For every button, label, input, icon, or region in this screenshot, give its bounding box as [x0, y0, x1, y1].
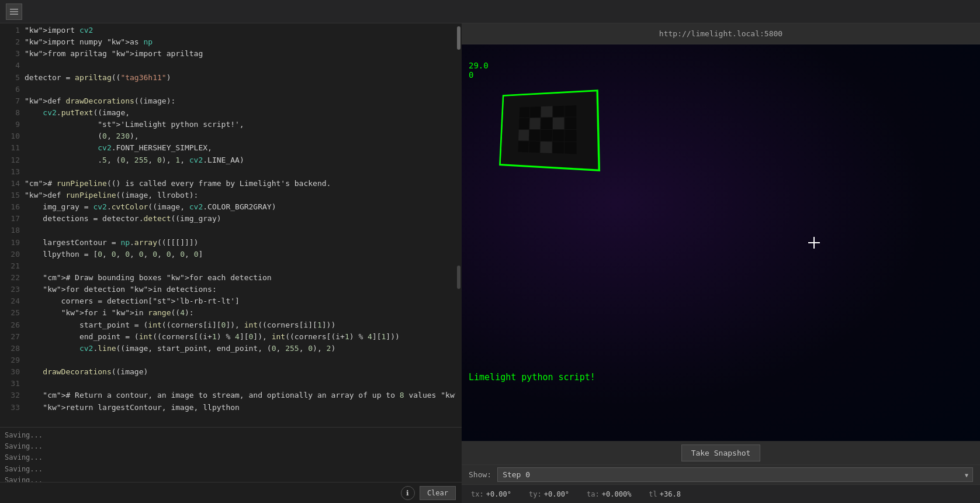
apriltag-detection	[497, 91, 596, 167]
clear-button[interactable]: Clear	[420, 486, 456, 500]
ty-value: +0.00°	[544, 490, 569, 498]
camera-overlay-label: Limelight python script!	[469, 372, 595, 383]
ta-label: ta:	[587, 490, 600, 498]
telemetry-ty: ty: +0.00°	[529, 490, 569, 498]
show-label: Show:	[469, 470, 491, 479]
fps-value: 29.0	[469, 61, 489, 70]
top-bar	[0, 0, 980, 23]
info-button[interactable]: ℹ	[401, 486, 415, 500]
step-dropdown[interactable]: Step 0	[497, 467, 973, 482]
ta-value: +0.000%	[602, 490, 632, 498]
telemetry-tl: tl +36.8	[649, 490, 681, 498]
apriltag-pattern	[518, 105, 576, 154]
step-dropdown-container: Step 0 ▼	[497, 467, 973, 482]
frame-value: 0	[469, 70, 489, 80]
preview-url-bar: http://limelight.local:5800	[462, 23, 980, 44]
editor-area: 1234567891011121314151617181920212223242…	[0, 23, 462, 503]
tx-value: +0.00°	[486, 490, 511, 498]
ty-label: ty:	[529, 490, 542, 498]
console-output: Saving...Saving...Saving...Saving...Savi…	[0, 428, 462, 482]
preview-area: http://limelight.local:5800 29.0 0	[462, 23, 980, 503]
editor-vertical-scrollbar[interactable]	[456, 23, 462, 427]
scrollbar-thumb-top	[457, 26, 460, 50]
snapshot-button[interactable]: Take Snapshot	[681, 445, 761, 461]
tl-value: +36.8	[660, 490, 681, 498]
code-container: 1234567891011121314151617181920212223242…	[0, 23, 462, 427]
main-area: 1234567891011121314151617181920212223242…	[0, 23, 980, 503]
show-controls: Show: Step 0 ▼	[462, 464, 980, 484]
tx-label: tx:	[471, 490, 484, 498]
svg-rect-1	[10, 11, 18, 12]
tl-label: tl	[649, 490, 657, 498]
scrollbar-thumb-bottom	[457, 266, 460, 289]
telemetry-tx: tx: +0.00°	[471, 490, 511, 498]
svg-rect-2	[10, 13, 18, 15]
telemetry-ta: ta: +0.000%	[587, 490, 631, 498]
menu-icon[interactable]	[6, 4, 22, 20]
svg-rect-0	[10, 9, 18, 10]
console-toolbar: ℹ Clear	[0, 482, 462, 503]
camera-fps: 29.0 0	[469, 61, 489, 80]
line-numbers: 1234567891011121314151617181920212223242…	[0, 23, 25, 427]
telemetry-bar: tx: +0.00° ty: +0.00° ta: +0.000% tl +36…	[462, 484, 980, 503]
info-icon: ℹ	[406, 489, 409, 497]
preview-url: http://limelight.local:5800	[659, 29, 782, 38]
camera-feed: 29.0 0	[462, 44, 980, 441]
code-editor[interactable]: "kw">import cv2"kw">import numpy "kw">as…	[25, 23, 456, 427]
apriltag-box-border	[499, 89, 600, 171]
camera-controls: Take Snapshot	[462, 441, 980, 464]
console-area: Saving...Saving...Saving...Saving...Savi…	[0, 427, 462, 503]
